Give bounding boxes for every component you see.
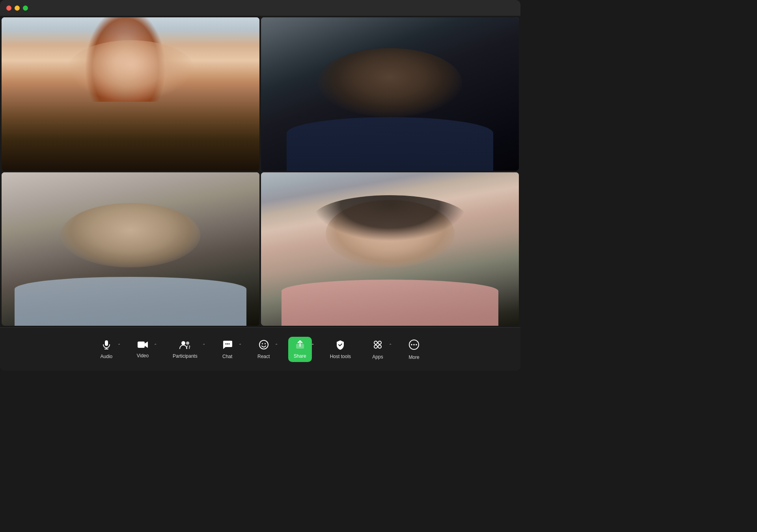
video-button[interactable]: Video [131, 337, 155, 362]
chat-icon [222, 340, 233, 351]
more-label: More [408, 355, 419, 360]
svg-point-10 [265, 343, 266, 344]
video-label: Video [137, 353, 149, 358]
chat-group: Chat ⌃ [211, 336, 247, 362]
svg-point-7 [227, 343, 228, 344]
share-group: Share ⌃ [283, 337, 320, 362]
svg-point-14 [374, 345, 377, 348]
react-chevron[interactable]: ⌃ [274, 342, 279, 349]
more-group: More [397, 336, 431, 363]
maximize-button[interactable] [23, 6, 28, 11]
audio-label: Audio [101, 354, 113, 359]
svg-rect-3 [138, 342, 145, 348]
close-button[interactable] [6, 6, 11, 11]
svg-point-15 [378, 345, 381, 348]
chat-chevron[interactable]: ⌃ [238, 342, 242, 349]
svg-point-12 [374, 341, 377, 344]
video-chevron[interactable]: ⌃ [153, 342, 158, 349]
share-icon [295, 340, 305, 351]
share-label: Share [294, 353, 306, 359]
microphone-icon [101, 340, 112, 351]
share-button[interactable]: Share [288, 337, 312, 362]
apps-label: Apps [372, 354, 383, 360]
apps-group: Apps ⌃ [361, 336, 397, 363]
svg-point-18 [413, 344, 415, 345]
chat-label: Chat [222, 354, 232, 359]
audio-group: Audio ⌃ [90, 336, 126, 362]
react-button[interactable]: React [252, 336, 276, 362]
apps-icon [372, 339, 383, 352]
participant-tile-4 [261, 172, 519, 326]
svg-point-5 [186, 342, 189, 345]
host-tools-group: Host tools [320, 336, 361, 362]
svg-rect-0 [105, 340, 108, 346]
participants-icon [179, 340, 191, 351]
participants-label: Participants [173, 353, 198, 359]
svg-point-8 [228, 343, 229, 344]
svg-point-9 [262, 343, 263, 344]
svg-point-4 [181, 341, 185, 345]
minimize-button[interactable] [15, 6, 20, 11]
react-icon [259, 340, 269, 351]
host-tools-button[interactable]: Host tools [324, 336, 356, 362]
participant-tile-2 [261, 17, 519, 171]
svg-point-17 [411, 344, 412, 345]
participants-button[interactable]: Participants [167, 337, 203, 362]
share-chevron[interactable]: ⌃ [310, 342, 315, 349]
more-button[interactable]: More [402, 336, 426, 363]
svg-point-13 [378, 341, 381, 344]
audio-button[interactable]: Audio [95, 336, 118, 362]
title-bar [0, 0, 520, 16]
more-icon [408, 339, 420, 352]
svg-point-6 [225, 343, 226, 344]
chat-button[interactable]: Chat [216, 336, 239, 362]
react-label: React [257, 354, 270, 359]
host-tools-icon [335, 340, 345, 351]
react-group: React ⌃ [247, 336, 283, 362]
video-grid [0, 16, 520, 327]
apps-chevron[interactable]: ⌃ [388, 342, 393, 349]
participant-tile-1 [2, 17, 259, 171]
participant-tile-3 [2, 172, 259, 326]
participants-group: Participants ⌃ [162, 337, 211, 362]
svg-point-19 [416, 344, 417, 345]
host-tools-label: Host tools [330, 354, 351, 359]
apps-button[interactable]: Apps [366, 336, 390, 363]
audio-chevron[interactable]: ⌃ [117, 342, 121, 349]
participants-chevron[interactable]: ⌃ [201, 342, 206, 349]
camera-icon [137, 340, 148, 351]
toolbar: Audio ⌃ Video ⌃ [0, 327, 520, 371]
video-group: Video ⌃ [126, 337, 162, 362]
